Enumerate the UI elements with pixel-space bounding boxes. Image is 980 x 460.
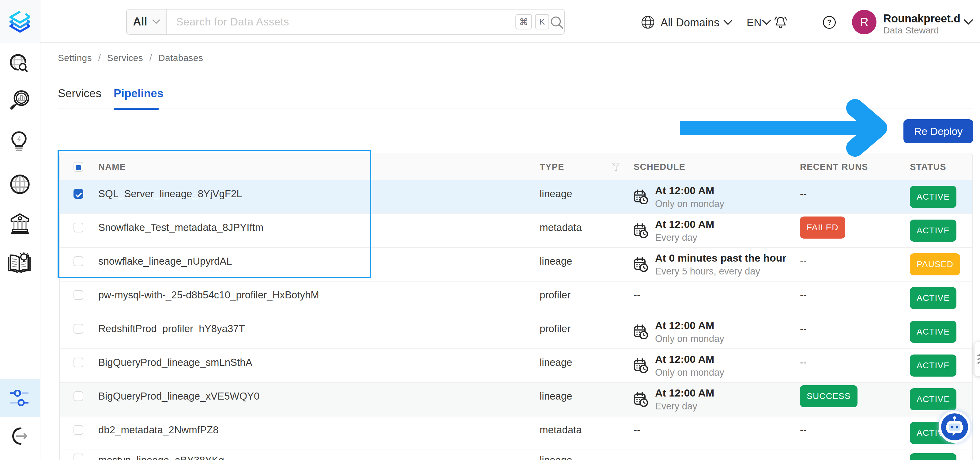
svg-text:?: ? bbox=[827, 18, 832, 26]
